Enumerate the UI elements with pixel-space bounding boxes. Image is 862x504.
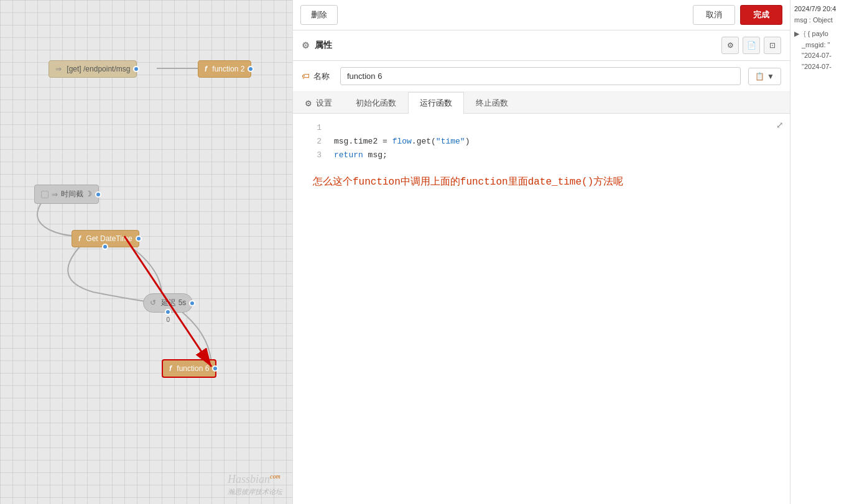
name-label-text: 名称	[313, 71, 330, 82]
code-content-3: return msg;	[334, 149, 387, 162]
sidebar-object: ▶ { { paylo _msgid: " "2024-07- "2024-07…	[794, 29, 858, 72]
sidebar-line2-wrap: _msgid: "	[794, 40, 858, 51]
gear-icon: ⚙	[302, 40, 310, 50]
node-func2-icon: f	[205, 65, 207, 73]
line-num-2: 2	[303, 135, 322, 149]
port-right-func6[interactable]	[212, 365, 218, 372]
node-func6-label: function 6	[177, 364, 209, 373]
sidebar-expand-arrow: ▶ { { paylo	[794, 29, 858, 40]
tag-icon: 🏷	[302, 71, 310, 81]
template-button[interactable]: 📋 ▼	[748, 68, 781, 85]
expand-icon-btn[interactable]: ⊡	[764, 37, 781, 54]
canvas: ⇒ [get] /endpoint/msg f function 2 ⇒ 时间截…	[0, 0, 292, 504]
code-editor[interactable]: 1 2 msg.time2 = flow.get("time") 3 retur…	[293, 114, 790, 504]
port-right[interactable]	[133, 66, 139, 72]
flow-get-text: flow	[392, 137, 412, 146]
port-right-func2[interactable]	[248, 66, 254, 72]
sidebar-line3: "2024-07-	[802, 52, 832, 59]
node-get-datetime[interactable]: f Get DateTime	[72, 230, 139, 247]
sidebar-panel: 2024/7/9 20:4 msg : Object ▶ { { paylo _…	[790, 0, 862, 504]
tab-init-label: 初始化函数	[356, 98, 396, 109]
sidebar-line3-wrap: "2024-07-	[794, 50, 858, 62]
node-http-label: [get] /endpoint/msg	[67, 65, 130, 73]
node-function2[interactable]: f function 2	[198, 60, 251, 78]
node-datetime-label: Get DateTime	[86, 234, 132, 243]
node-delay[interactable]: ↺ 延迟 5s 0	[143, 293, 193, 313]
node-func2-label: function 2	[212, 65, 244, 73]
question-text: 怎么这个function中调用上面的function里面date_time()方…	[303, 162, 780, 203]
question-content: 怎么这个function中调用上面的function里面date_time()方…	[313, 176, 623, 188]
node-time-arrow: ⇒	[52, 190, 58, 199]
watermark-sub: 瀚思彼岸技术论坛	[228, 487, 282, 497]
port-bottom-datetime[interactable]	[102, 244, 108, 250]
name-label: 🏷 名称	[302, 71, 333, 82]
tab-init-func[interactable]: 初始化函数	[344, 92, 408, 114]
node-time[interactable]: ⇒ 时间截 ☽	[34, 185, 99, 204]
tab-stop-label: 终止函数	[476, 98, 508, 109]
node-delay-icon: ↺	[150, 298, 156, 307]
properties-title-text: 属性	[315, 40, 332, 51]
sidebar-line1: { paylo	[808, 30, 828, 37]
sidebar-line4: "2024-07-	[802, 63, 832, 70]
watermark: Hassbiancom 瀚思彼岸技术论坛	[228, 473, 282, 497]
return-keyword: return	[334, 150, 363, 160]
name-row: 🏷 名称 📋 ▼	[293, 61, 790, 92]
name-input[interactable]	[340, 67, 741, 85]
code-line-2: 2 msg.time2 = flow.get("time")	[303, 135, 780, 149]
toolbar: 删除 取消 完成	[293, 0, 790, 30]
tab-stop-func[interactable]: 终止函数	[464, 92, 520, 114]
node-func6-icon: f	[169, 364, 172, 373]
node-get-endpoint[interactable]: ⇒ [get] /endpoint/msg	[49, 60, 137, 78]
book-icon-btn[interactable]: 📄	[743, 37, 760, 54]
code-line-3: 3 return msg;	[303, 149, 780, 162]
node-delay-label: 延迟 5s	[161, 298, 186, 307]
code-line-1: 1	[303, 121, 780, 135]
watermark-main: Hassbian	[228, 473, 270, 485]
node-time-label: 时间截 ☽	[61, 189, 92, 199]
tab-run-label: 运行函数	[420, 98, 452, 109]
tab-run-func[interactable]: 运行函数	[408, 92, 464, 114]
port-right-datetime[interactable]	[136, 236, 142, 242]
template-arrow: ▼	[767, 72, 774, 81]
sidebar-line2: _msgid: "	[802, 41, 830, 48]
properties-header: ⚙ 属性 ⚙ 📄 ⊡	[293, 30, 790, 61]
right-panel: 删除 取消 完成 ⚙ 属性 ⚙ 📄 ⊡ 🏷 名称 📋 ▼ ⚙	[292, 0, 790, 504]
port-right-time[interactable]	[95, 191, 101, 198]
sidebar-timestamp: 2024/7/9 20:4	[794, 5, 858, 12]
watermark-sup: com	[270, 473, 280, 480]
header-icons: ⚙ 📄 ⊡	[721, 37, 781, 54]
cancel-button[interactable]: 取消	[693, 5, 735, 25]
sidebar-line4-wrap: "2024-07-	[794, 62, 858, 73]
delete-button[interactable]: 删除	[300, 5, 338, 25]
node-http-icon: ⇒	[55, 65, 62, 73]
complete-button[interactable]: 完成	[740, 5, 782, 25]
line-num-1: 1	[303, 121, 322, 135]
toolbar-right: 取消 完成	[693, 5, 782, 25]
port-right-delay[interactable]	[189, 300, 195, 306]
node-function6[interactable]: f function 6	[162, 359, 216, 378]
expand-code-icon[interactable]: ⤢	[776, 120, 784, 131]
code-content-2: msg.time2 = flow.get("time")	[334, 135, 470, 149]
line-num-3: 3	[303, 149, 322, 162]
properties-title: ⚙ 属性	[302, 40, 332, 51]
port-bottom-delay[interactable]	[165, 309, 171, 315]
tab-settings[interactable]: ⚙ 设置	[293, 92, 344, 114]
node-datetime-icon: f	[78, 234, 81, 243]
sidebar-type: msg : Object	[794, 16, 858, 24]
node-time-left-port	[41, 191, 49, 198]
string-time: "time"	[436, 137, 465, 146]
tab-settings-label: 设置	[316, 98, 332, 109]
tab-settings-icon: ⚙	[305, 99, 312, 108]
delay-badge: 0	[164, 316, 172, 324]
template-icon: 📋	[755, 72, 764, 81]
settings-icon-btn[interactable]: ⚙	[721, 37, 739, 54]
tab-bar: ⚙ 设置 初始化函数 运行函数 终止函数	[293, 92, 790, 114]
